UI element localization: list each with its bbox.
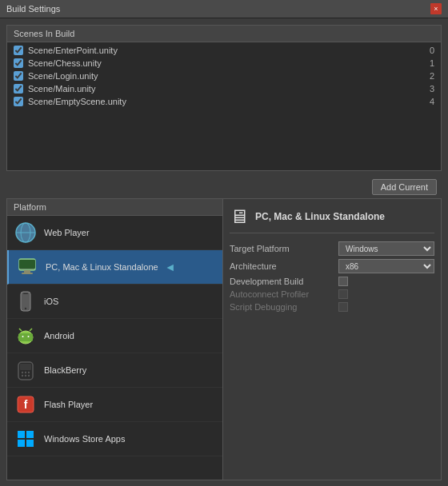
svg-rect-26 bbox=[18, 431, 25, 438]
platform-header: Platform bbox=[7, 199, 222, 216]
add-current-button[interactable]: Add Current bbox=[372, 179, 437, 195]
svg-rect-27 bbox=[26, 431, 34, 438]
platform-item-windows-store[interactable]: Windows Store Apps bbox=[7, 422, 222, 456]
settings-header: 🖥 PC, Mac & Linux Standalone bbox=[230, 205, 434, 233]
platform-item-flash-player[interactable]: f Flash Player bbox=[7, 388, 222, 422]
svg-point-23 bbox=[28, 375, 30, 376]
settings-select[interactable]: Windows bbox=[338, 241, 434, 256]
svg-point-8 bbox=[25, 308, 26, 309]
settings-rows: Target Platform Windows Architecture x86… bbox=[230, 241, 434, 315]
platform-section: Platform Web Player PC, Mac & Linux Stan… bbox=[6, 198, 222, 480]
svg-rect-29 bbox=[26, 440, 34, 447]
bottom-section: Platform Web Player PC, Mac & Linux Stan… bbox=[6, 198, 442, 480]
svg-point-18 bbox=[22, 372, 23, 373]
settings-section: 🖥 PC, Mac & Linux Standalone Target Plat… bbox=[222, 198, 442, 480]
platform-item-blackberry[interactable]: BlackBerry bbox=[7, 353, 222, 388]
scenes-section: Scenes In Build Scene/EnterPoint.unity 0… bbox=[6, 25, 442, 171]
main-content: Scenes In Build Scene/EnterPoint.unity 0… bbox=[0, 18, 448, 486]
platform-item-android[interactable]: Android bbox=[7, 319, 222, 353]
scenes-header: Scenes In Build bbox=[7, 26, 441, 42]
scene-name: Scene/EmptyScene.unity bbox=[28, 97, 430, 106]
settings-platform-name: PC, Mac & Linux Standalone bbox=[255, 211, 385, 222]
platform-list: Web Player PC, Mac & Linux Standalone ◄ … bbox=[7, 216, 222, 480]
platform-label-ios: iOS bbox=[44, 297, 58, 306]
svg-point-15 bbox=[28, 336, 30, 337]
title-bar: Build Settings × bbox=[0, 0, 448, 18]
scene-name: Scene/Chess.unity bbox=[28, 58, 430, 68]
settings-checkbox bbox=[338, 289, 348, 299]
svg-point-20 bbox=[28, 372, 30, 373]
svg-point-22 bbox=[25, 375, 26, 376]
platform-icon-windows-store bbox=[14, 427, 38, 451]
svg-text:f: f bbox=[24, 398, 28, 411]
scene-index: 2 bbox=[430, 71, 434, 81]
close-button[interactable]: × bbox=[430, 3, 442, 14]
scene-checkbox[interactable] bbox=[14, 97, 23, 106]
platform-label-blackberry: BlackBerry bbox=[44, 365, 86, 375]
platform-icon-android bbox=[14, 324, 38, 348]
scene-checkbox[interactable] bbox=[14, 46, 23, 55]
settings-row: Autoconnect Profiler bbox=[230, 289, 434, 299]
scene-item[interactable]: Scene/EnterPoint.unity 0 bbox=[7, 44, 441, 57]
settings-label: Architecture bbox=[230, 261, 334, 271]
svg-rect-9 bbox=[23, 293, 28, 295]
svg-line-12 bbox=[19, 329, 22, 331]
scene-index: 3 bbox=[430, 84, 434, 94]
svg-rect-11 bbox=[18, 333, 33, 341]
platform-label-web-player: Web Player bbox=[44, 228, 90, 237]
scene-item[interactable]: Scene/Chess.unity 1 bbox=[7, 57, 441, 70]
svg-point-21 bbox=[22, 375, 23, 376]
settings-label: Development Build bbox=[230, 277, 334, 286]
platform-label-android: Android bbox=[44, 331, 74, 341]
scene-name: Scene/Main.unity bbox=[28, 84, 430, 94]
platform-icon-web-player bbox=[14, 221, 38, 245]
platform-item-ios[interactable]: iOS bbox=[7, 285, 222, 319]
window-title: Build Settings bbox=[6, 4, 60, 14]
scene-checkbox[interactable] bbox=[14, 84, 23, 94]
scene-checkbox[interactable] bbox=[14, 58, 23, 68]
settings-checkbox bbox=[338, 302, 348, 312]
scenes-list: Scene/EnterPoint.unity 0 Scene/Chess.uni… bbox=[7, 42, 441, 170]
scene-name: Scene/EnterPoint.unity bbox=[28, 46, 430, 55]
scene-item[interactable]: Scene/EmptyScene.unity 4 bbox=[7, 95, 441, 108]
svg-line-13 bbox=[30, 329, 32, 331]
platform-item-web-player[interactable]: Web Player bbox=[7, 216, 222, 250]
scene-item[interactable]: Scene/Login.unity 2 bbox=[7, 70, 441, 82]
settings-label: Autoconnect Profiler bbox=[230, 289, 334, 299]
platform-label-pc-mac-linux: PC, Mac & Linux Standalone bbox=[46, 262, 158, 272]
svg-rect-6 bbox=[22, 273, 33, 274]
svg-point-19 bbox=[25, 372, 26, 373]
scene-name: Scene/Login.unity bbox=[28, 71, 430, 81]
scene-checkbox[interactable] bbox=[14, 71, 23, 81]
platform-icon-blackberry bbox=[14, 358, 38, 382]
add-current-row: Add Current bbox=[6, 176, 442, 198]
settings-row: Target Platform Windows bbox=[230, 241, 434, 256]
platform-label-flash-player: Flash Player bbox=[44, 400, 93, 409]
settings-row: Script Debugging bbox=[230, 302, 434, 312]
settings-label: Script Debugging bbox=[230, 302, 334, 312]
scene-index: 0 bbox=[430, 46, 434, 55]
scene-index: 4 bbox=[430, 97, 434, 106]
svg-rect-28 bbox=[18, 440, 25, 447]
settings-select[interactable]: x86 bbox=[338, 259, 434, 273]
platform-item-pc-mac-linux[interactable]: PC, Mac & Linux Standalone ◄ bbox=[7, 250, 222, 285]
settings-row: Development Build bbox=[230, 277, 434, 286]
settings-checkbox[interactable] bbox=[338, 277, 348, 286]
svg-rect-5 bbox=[24, 270, 30, 273]
selected-indicator: ◄ bbox=[165, 261, 176, 273]
platform-label-windows-store: Windows Store Apps bbox=[44, 434, 126, 444]
svg-rect-4 bbox=[19, 260, 35, 269]
scene-index: 1 bbox=[430, 58, 434, 68]
settings-row: Architecture x86 bbox=[230, 259, 434, 273]
svg-point-14 bbox=[22, 336, 24, 337]
scene-item[interactable]: Scene/Main.unity 3 bbox=[7, 82, 441, 95]
settings-platform-icon: 🖥 bbox=[230, 205, 249, 228]
platform-icon-pc-mac-linux bbox=[15, 255, 39, 279]
svg-rect-17 bbox=[20, 364, 31, 370]
platform-icon-ios bbox=[14, 289, 38, 313]
platform-icon-flash-player: f bbox=[14, 392, 38, 416]
settings-label: Target Platform bbox=[230, 244, 334, 253]
